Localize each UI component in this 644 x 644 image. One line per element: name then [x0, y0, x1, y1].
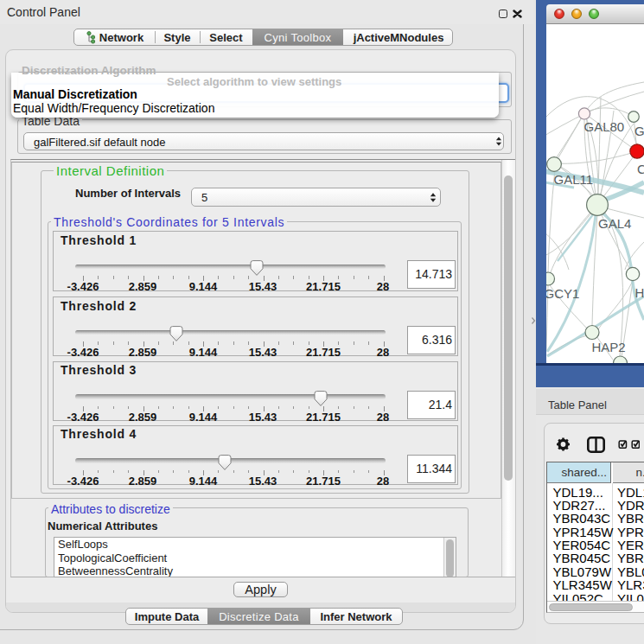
svg-text:GAL11: GAL11 — [554, 172, 594, 187]
svg-text:GAL4: GAL4 — [598, 216, 631, 231]
svg-text:HAP2: HAP2 — [592, 340, 626, 354]
svg-text:GCY1: GCY1 — [546, 286, 579, 301]
svg-text:H: H — [635, 285, 644, 300]
svg-text:C: C — [637, 162, 644, 176]
svg-text:GAL80: GAL80 — [584, 119, 625, 134]
svg-text:GA: GA — [634, 124, 644, 138]
